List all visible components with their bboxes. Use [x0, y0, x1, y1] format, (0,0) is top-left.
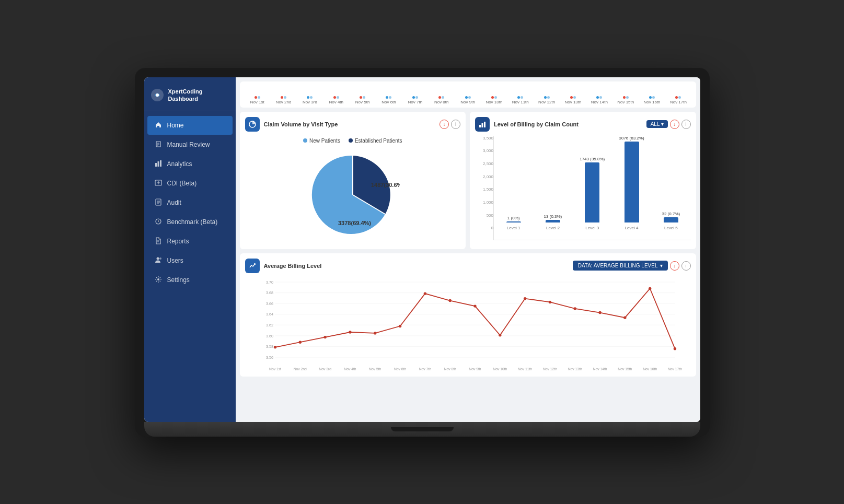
- bar-rect: [625, 142, 639, 222]
- top-bar-x-label: Nov 1st: [250, 100, 264, 104]
- download-icon-btn-2[interactable]: ↓: [670, 120, 679, 129]
- y-axis-label: 0: [475, 226, 493, 230]
- bar-rect: [585, 162, 599, 222]
- svg-text:3378(69.4%): 3378(69.4%): [338, 220, 371, 226]
- download-icon-btn[interactable]: ↓: [440, 120, 449, 129]
- svg-rect-17: [482, 123, 483, 127]
- y-axis-label: 2,500: [475, 161, 493, 166]
- bar-rect: [546, 220, 560, 222]
- line-data-point: [323, 335, 326, 338]
- svg-text:Nov 17th: Nov 17th: [667, 367, 681, 371]
- line-data-point: [523, 297, 526, 299]
- top-bar-dot: [649, 96, 652, 99]
- top-bar-dot: [389, 96, 391, 99]
- avg-billing-title: Average Billing Level: [264, 263, 322, 269]
- sidebar-item-audit[interactable]: Audit: [147, 193, 233, 212]
- sidebar-item-reports[interactable]: Reports: [147, 232, 233, 251]
- avg-billing-title-group: Average Billing Level: [245, 259, 322, 273]
- manual-review-icon: [155, 140, 163, 149]
- info-icon-btn-2[interactable]: i: [681, 120, 691, 129]
- svg-text:Nov 3rd: Nov 3rd: [319, 367, 331, 371]
- line-data-point: [374, 332, 376, 334]
- sidebar-item-settings[interactable]: Settings: [147, 271, 233, 289]
- nav-list: Home Manual Review Analytics CDI (Beta) …: [144, 115, 236, 290]
- top-bar-item: Nov 6th: [376, 96, 401, 104]
- top-bar-dot: [494, 96, 497, 99]
- svg-text:Nov 13th: Nov 13th: [568, 367, 582, 371]
- svg-text:Nov 6th: Nov 6th: [394, 367, 406, 371]
- sidebar-item-cdi-beta[interactable]: CDI (Beta): [147, 174, 233, 193]
- svg-text:Nov 4th: Nov 4th: [344, 367, 356, 371]
- bar-value-label: 13 (0.3%): [544, 214, 562, 219]
- sidebar-item-label-cdi-beta: CDI (Beta): [167, 180, 197, 187]
- settings-icon: [155, 276, 163, 284]
- sidebar-item-label-users: Users: [167, 257, 183, 264]
- bar-x-label: Level 2: [546, 226, 560, 230]
- bar-x-label: Level 5: [664, 226, 678, 230]
- svg-text:Nov 11th: Nov 11th: [518, 367, 532, 371]
- all-button[interactable]: ALL ▾: [646, 120, 668, 128]
- top-bar-x-label: Nov 16th: [644, 100, 661, 104]
- audit-icon: [155, 198, 163, 207]
- sidebar-item-home[interactable]: Home: [147, 116, 233, 135]
- bar-value-label: 1743 (35.8%): [580, 157, 605, 161]
- avg-billing-actions: DATA: AVERAGE BILLING LEVEL ▾ ↓ i: [573, 261, 691, 271]
- svg-text:Nov 5th: Nov 5th: [369, 367, 381, 371]
- svg-text:Nov 16th: Nov 16th: [643, 367, 657, 371]
- claim-volume-title: Claim Volume by Visit Type: [264, 121, 338, 127]
- line-data-point: [423, 292, 426, 295]
- top-bar-dot: [310, 96, 313, 99]
- svg-text:Nov 7th: Nov 7th: [419, 367, 431, 371]
- bar-x-label: Level 3: [585, 226, 599, 230]
- top-bar-dot: [465, 96, 468, 99]
- svg-point-9: [159, 257, 161, 260]
- line-data-point: [648, 287, 651, 289]
- line-data-point: [623, 316, 626, 319]
- logo-icon: [151, 88, 164, 102]
- download-icon-btn-3[interactable]: ↓: [670, 261, 679, 271]
- svg-text:3.60: 3.60: [265, 333, 273, 338]
- info-icon-btn[interactable]: i: [451, 120, 460, 129]
- bars-area: 1 (0%) Level 1 13 (0.3%) Level 2 1743 (3…: [493, 136, 691, 240]
- top-bar-item: Nov 4th: [324, 96, 349, 104]
- top-bar-dot: [438, 96, 441, 99]
- info-icon-btn-3[interactable]: i: [681, 261, 691, 271]
- svg-text:Nov 8th: Nov 8th: [444, 367, 456, 371]
- laptop-notch: [391, 427, 454, 431]
- laptop-frame: XpertCoding Dashboard Home Manual Review…: [135, 68, 710, 437]
- sidebar-item-label-audit: Audit: [167, 199, 181, 206]
- top-bar-x-label: Nov 10th: [485, 100, 502, 104]
- top-bar-dot: [596, 96, 599, 99]
- top-bar-dot: [258, 96, 260, 99]
- top-bar-x-label: Nov 11th: [512, 100, 529, 104]
- trend-icon: [249, 262, 256, 269]
- y-axis-label: 1,500: [475, 187, 493, 192]
- line-data-point: [448, 299, 451, 301]
- top-bar-dot: [623, 96, 626, 99]
- top-bar-item: Nov 16th: [640, 96, 664, 104]
- svg-text:3.62: 3.62: [265, 322, 273, 327]
- top-bar-item: Nov 14th: [587, 96, 611, 104]
- pie-container: New Patients Established Patients: [245, 136, 461, 244]
- svg-text:3.66: 3.66: [265, 301, 273, 306]
- top-bar-x-label: Nov 12th: [538, 100, 555, 104]
- bar-chart-inner: 3,5003,0002,5002,0001,5001,0005000 1 (0%…: [475, 136, 691, 240]
- data-button[interactable]: DATA: AVERAGE BILLING LEVEL ▾: [573, 261, 668, 271]
- y-axis: 3,5003,0002,5002,0001,5001,0005000: [475, 136, 493, 240]
- top-bar-dot: [415, 96, 418, 99]
- legend-new-patients: New Patients: [303, 138, 340, 144]
- sidebar-item-analytics[interactable]: Analytics: [147, 155, 233, 173]
- sidebar-item-manual-review[interactable]: Manual Review: [147, 135, 233, 154]
- top-bar-x-label: Nov 4th: [329, 100, 343, 104]
- claim-volume-actions: ↓ i: [440, 120, 460, 129]
- top-bar-item: Nov 1st: [245, 96, 270, 104]
- sidebar-item-users[interactable]: Users: [147, 251, 233, 270]
- top-bar-dot: [521, 96, 523, 99]
- line-data-point: [298, 341, 301, 343]
- level-billing-title: Level of Billing by Claim Count: [494, 121, 579, 127]
- sidebar-item-benchmark[interactable]: Benchmark (Beta): [147, 213, 233, 231]
- laptop-bottom: [144, 422, 700, 437]
- top-bar-x-label: Nov 8th: [434, 100, 449, 104]
- top-bar-x-label: Nov 5th: [355, 100, 370, 104]
- svg-rect-16: [479, 125, 481, 127]
